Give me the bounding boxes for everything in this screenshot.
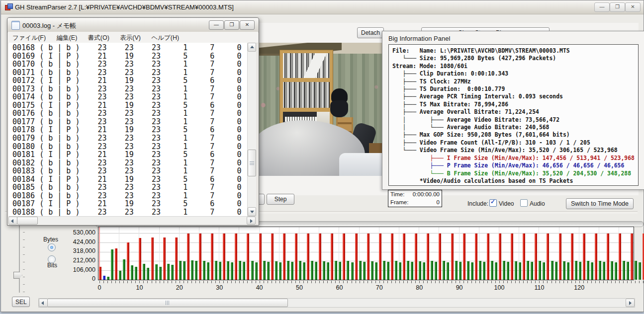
frame-bar-B[interactable] (539, 261, 541, 280)
scrollbar-thumb[interactable] (47, 299, 288, 307)
frame-bar-I[interactable] (247, 234, 249, 280)
maximize-icon[interactable]: ❐ (610, 2, 625, 12)
scroll-down-icon[interactable] (248, 207, 256, 216)
frame-bar-B[interactable] (419, 261, 421, 280)
frame-bar-B[interactable] (407, 261, 409, 280)
frame-bar-B[interactable] (471, 262, 473, 280)
menu-format[interactable]: 書式(O) (84, 32, 114, 42)
frame-bar-B[interactable] (383, 261, 385, 280)
frame-bar-I[interactable] (271, 234, 274, 280)
frame-bar-B[interactable] (183, 261, 185, 280)
frame-bar-B[interactable] (147, 268, 149, 280)
frame-bar-I[interactable] (607, 234, 609, 280)
frame-bar-B[interactable] (315, 262, 317, 280)
frame-bar-B[interactable] (399, 262, 401, 280)
frame-bar-I[interactable] (295, 234, 297, 280)
frame-bar-B[interactable] (275, 261, 277, 280)
scrollbar-thumb[interactable] (248, 150, 256, 176)
frame-bar-B[interactable] (531, 262, 533, 280)
frame-bar-P[interactable] (103, 276, 105, 280)
frame-bar-I[interactable] (403, 234, 405, 280)
frame-bar-B[interactable] (447, 262, 449, 280)
menu-file[interactable]: ファイル(F) (8, 32, 50, 42)
detach-button[interactable]: Detach (357, 27, 384, 38)
notepad-text-area[interactable]: 00168 ( b | b ) 23 23 23 1 7 000169 ( I … (8, 43, 247, 216)
frame-bar-B[interactable] (599, 261, 601, 280)
frame-bar-B[interactable] (627, 262, 629, 280)
switch-to-time-mode-button[interactable]: Switch to Time Mode (566, 198, 634, 209)
frame-bar-I[interactable] (391, 234, 393, 280)
frame-bar-B[interactable] (635, 261, 637, 280)
scroll-up-icon[interactable] (248, 43, 256, 52)
frame-bar-B[interactable] (443, 261, 445, 280)
frame-bar-B[interactable] (503, 261, 505, 280)
minimize-icon[interactable]: — (594, 2, 610, 12)
frame-bar-I[interactable] (571, 234, 573, 280)
frame-bar-B[interactable] (395, 261, 397, 280)
frame-bar-B[interactable] (519, 262, 521, 280)
frame-bar-I[interactable] (319, 234, 321, 280)
frame-bar-B[interactable] (167, 264, 170, 280)
frame-bar-B[interactable] (311, 261, 313, 280)
frame-bar-I[interactable] (99, 267, 101, 280)
frame-bar-B[interactable] (159, 267, 162, 280)
frame-bar-B[interactable] (327, 262, 329, 280)
frame-bar-B[interactable] (611, 261, 613, 280)
video-checkbox[interactable]: ✓ (489, 199, 497, 207)
frame-bar-B[interactable] (251, 261, 254, 280)
frame-bar-B[interactable] (243, 262, 245, 280)
frame-bar-B[interactable] (555, 262, 557, 280)
scroll-left-icon[interactable] (39, 299, 48, 307)
frame-bar-I[interactable] (523, 234, 525, 280)
frame-bar-B[interactable] (267, 262, 270, 280)
step-button[interactable]: Step (267, 194, 294, 205)
menu-help[interactable]: ヘルプ(H) (147, 32, 184, 42)
frame-bar-I[interactable] (355, 234, 358, 280)
frame-bar-I[interactable] (511, 234, 513, 280)
frame-bar-B[interactable] (347, 261, 349, 280)
frame-bar-B[interactable] (263, 261, 266, 280)
scrollbar-thumb[interactable] (17, 217, 38, 225)
frame-bar-I[interactable] (535, 234, 537, 280)
frame-bar-B[interactable] (227, 261, 229, 280)
frame-bar-B[interactable] (495, 262, 497, 280)
frame-bar-I[interactable] (115, 248, 117, 280)
frame-size-chart[interactable] (98, 227, 634, 280)
scroll-right-icon[interactable] (247, 217, 256, 225)
frame-bar-B[interactable] (411, 262, 413, 280)
frame-bar-B[interactable] (603, 262, 605, 280)
notepad-vertical-scrollbar[interactable] (247, 43, 256, 216)
frame-bar-I[interactable] (379, 234, 381, 280)
frame-bar-B[interactable] (435, 262, 437, 280)
main-title-bar[interactable]: GH StreamParser 2.7 [L:¥PRIVATE¥AVCHD¥BD… (1, 0, 644, 14)
frame-bar-B[interactable] (155, 264, 158, 280)
frame-bar-I[interactable] (223, 234, 225, 280)
sel-button[interactable]: SEL (12, 297, 30, 307)
frame-bar-I[interactable] (211, 234, 213, 280)
frame-bar-I[interactable] (307, 234, 309, 280)
frame-bar-B[interactable] (291, 262, 293, 280)
frame-bar-B[interactable] (455, 261, 458, 280)
frame-bar-B[interactable] (575, 261, 577, 280)
frame-bar-B[interactable] (111, 249, 113, 280)
frame-bar-B[interactable] (639, 262, 641, 280)
frame-bar-B[interactable] (123, 259, 125, 280)
vertical-zoom-slider-thumb[interactable] (13, 272, 22, 279)
frame-bar-I[interactable] (475, 234, 477, 280)
close-icon[interactable]: ✕ (240, 20, 255, 30)
frame-bar-B[interactable] (459, 262, 461, 280)
notepad-title-bar[interactable]: 00003.log - メモ帳 — ❐ ✕ (7, 18, 259, 32)
frame-bar-B[interactable] (351, 262, 354, 280)
frame-bar-I[interactable] (331, 234, 333, 280)
frame-bar-I[interactable] (631, 234, 633, 280)
menu-edit[interactable]: 編集(E) (52, 32, 82, 42)
frame-bar-B[interactable] (371, 261, 373, 280)
frame-bar-I[interactable] (595, 234, 597, 280)
frame-bar-B[interactable] (551, 261, 553, 280)
frame-bar-I[interactable] (163, 237, 166, 280)
scroll-left-icon[interactable] (8, 217, 17, 225)
frame-bar-I[interactable] (175, 237, 178, 280)
frame-bar-B[interactable] (203, 261, 205, 280)
frame-bar-I[interactable] (187, 234, 189, 280)
frame-bar-I[interactable] (259, 234, 262, 280)
